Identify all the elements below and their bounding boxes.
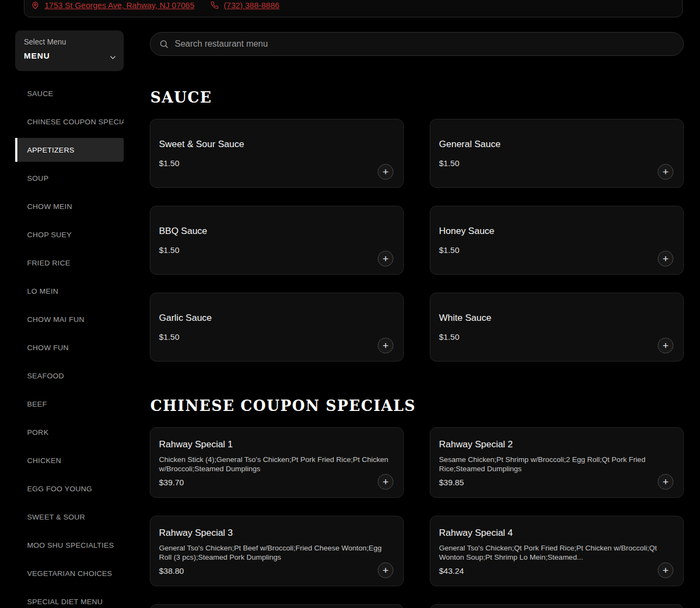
menu-item-card: Sweet & Sour Sauce $1.50 + [150,119,404,188]
item-description: Sesame Chicken;Pt Shrimp w/Broccoli;2 Eg… [439,455,674,473]
sidebar-item-fried-rice[interactable]: FRIED RICE [15,251,124,275]
category-nav: SAUCE CHINESE COUPON SPECIA APPETIZERS S… [15,81,124,608]
phone-icon [211,1,219,9]
item-price: $39.70 [159,478,394,487]
sidebar-item-moo-shu-specialties[interactable]: MOO SHU SPECIALTIES [15,533,124,557]
specials-card-grid: Rahway Special 1 Chicken Stick (4);Gener… [150,427,684,608]
item-price: $1.50 [439,332,674,341]
phone-link[interactable]: (732) 388-8886 [224,1,279,10]
restaurant-info-header: 1753 St Georges Ave, Rahway, NJ 07065 (7… [24,0,683,17]
menu-item-card: Garlic Sauce $1.50 + [150,293,404,362]
item-price: $1.50 [159,159,394,168]
menu-item-card: Honey Sauce $1.50 + [430,206,684,275]
menu-item-card: White Sauce $1.50 + [430,293,684,362]
sidebar-item-special-diet-menu[interactable]: SPECIAL DIET MENU [15,590,124,608]
sidebar-item-chicken[interactable]: CHICKEN [15,448,124,472]
sidebar-item-pork[interactable]: PORK [15,420,124,444]
add-item-button[interactable]: + [658,474,673,490]
menu-item-card: Rahway Special 1 Chicken Stick (4);Gener… [150,427,404,498]
item-description: General Tso's Chicken;Pt Beef w/Broccoli… [159,543,394,562]
item-name: Sweet & Sour Sauce [159,139,394,150]
item-price: $1.50 [439,159,674,168]
section-title-sauce: SAUCE [150,89,684,106]
item-name: Rahway Special 1 [159,439,394,450]
sidebar-item-egg-foo-young[interactable]: EGG FOO YOUNG [15,477,124,501]
menu-content: SAUCE Sweet & Sour Sauce $1.50 + General… [150,32,684,608]
sidebar-item-sweet-and-sour[interactable]: SWEET & SOUR [15,505,124,529]
item-name: Rahway Special 2 [439,439,674,450]
item-name: General Sauce [439,139,674,150]
sidebar-item-chow-mai-fun[interactable]: CHOW MAI FUN [15,307,124,331]
sidebar-item-appetizers[interactable]: APPETIZERS [15,138,124,162]
menu-item-card-partial [430,604,684,608]
section-title-chinese-coupon-specials: CHINESE COUPON SPECIALS [150,397,684,414]
item-price: $1.50 [439,245,674,255]
add-item-button[interactable]: + [658,338,673,353]
menu-item-card: Rahway Special 3 General Tso's Chicken;P… [150,516,404,586]
add-item-button[interactable]: + [378,164,393,180]
menu-item-card: BBQ Sauce $1.50 + [150,206,404,275]
menu-select-dropdown[interactable]: Select Menu MENU [15,30,124,71]
add-item-button[interactable]: + [658,251,673,267]
add-item-button[interactable]: + [658,562,673,578]
sidebar-item-vegetarian-choices[interactable]: VEGETARIAN CHOICES [15,561,124,585]
sidebar-item-chinese-coupon-specials[interactable]: CHINESE COUPON SPECIA [15,110,124,134]
sidebar-item-chow-mein[interactable]: CHOW MEIN [15,194,124,218]
add-item-button[interactable]: + [658,164,673,180]
location-pin-icon [31,1,40,10]
restaurant-contact-row: 1753 St Georges Ave, Rahway, NJ 07065 (7… [31,1,279,10]
menu-item-card: Rahway Special 4 General Tso's Chicken;Q… [430,516,684,586]
add-item-button[interactable]: + [378,251,393,267]
selected-menu-value: MENU [24,51,115,60]
item-name: Honey Sauce [439,226,674,237]
item-price: $43.24 [439,566,674,575]
sidebar-item-sauce[interactable]: SAUCE [15,81,124,105]
add-item-button[interactable]: + [378,338,393,353]
address-group: 1753 St Georges Ave, Rahway, NJ 07065 [31,1,194,10]
phone-group: (732) 388-8886 [211,1,279,10]
address-link[interactable]: 1753 St Georges Ave, Rahway, NJ 07065 [44,1,194,10]
item-price: $1.50 [159,332,394,341]
item-name: Rahway Special 3 [159,528,394,539]
item-name: White Sauce [439,313,674,324]
sidebar-item-beef[interactable]: BEEF [15,392,124,416]
search-bar [150,32,684,56]
select-menu-label: Select Menu [24,37,115,46]
item-name: BBQ Sauce [159,226,394,237]
search-icon [159,39,169,49]
item-price: $38.80 [159,566,394,575]
sidebar-item-soup[interactable]: SOUP [15,166,124,190]
item-name: Garlic Sauce [159,313,394,324]
chevron-down-icon [109,53,117,62]
sidebar-item-lo-mein[interactable]: LO MEIN [15,279,124,303]
item-description: Chicken Stick (4);General Tso's Chicken;… [159,455,394,473]
sidebar-item-chow-fun[interactable]: CHOW FUN [15,335,124,359]
search-input[interactable] [175,39,674,49]
item-description: General Tso's Chicken;Qt Pork Fried Rice… [439,543,674,562]
item-price: $1.50 [159,245,394,255]
item-price: $39.85 [439,478,674,487]
add-item-button[interactable]: + [378,474,393,490]
menu-item-card-partial [150,604,404,608]
sauce-card-grid: Sweet & Sour Sauce $1.50 + General Sauce… [150,119,684,362]
add-item-button[interactable]: + [378,562,393,578]
menu-item-card: Rahway Special 2 Sesame Chicken;Pt Shrim… [430,427,684,498]
sidebar-item-seafood[interactable]: SEAFOOD [15,364,124,388]
sidebar-item-chop-suey[interactable]: CHOP SUEY [15,223,124,246]
menu-item-card: General Sauce $1.50 + [430,119,684,188]
item-name: Rahway Special 4 [439,528,674,539]
